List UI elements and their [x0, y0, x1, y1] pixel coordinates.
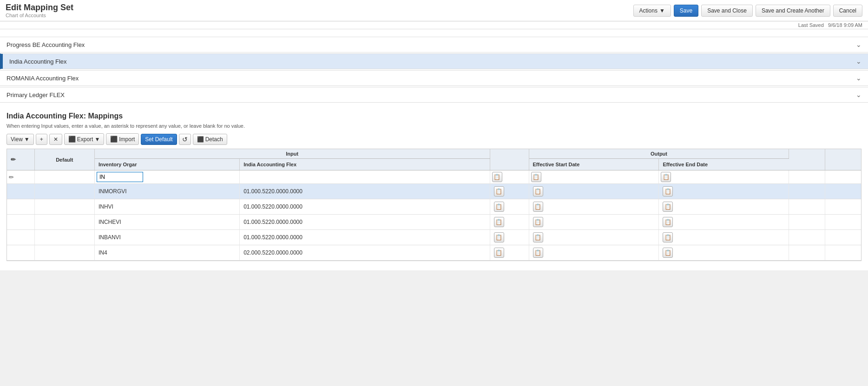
table-row: INBANVI 01.000.5220.0000.0000 📋 📋 📋: [7, 230, 861, 245]
row-left-indicator: [7, 245, 34, 261]
eff-end-picker-icon[interactable]: 📋: [663, 248, 673, 258]
eff-start-picker-icon[interactable]: 📋: [533, 248, 543, 258]
row-extra2: [825, 245, 861, 261]
row-left-indicator: [7, 184, 34, 199]
eff-start-picker-icon[interactable]: 📋: [533, 217, 543, 227]
row-extra2: [825, 199, 861, 215]
accordion-header-romania[interactable]: ROMANIA Accounting Flex ⌄: [0, 71, 868, 85]
breadcrumb: Chart of Accounts: [6, 13, 73, 18]
output-picker-icon[interactable]: 📋: [494, 232, 504, 242]
top-bar: Edit Mapping Set Chart of Accounts Actio…: [0, 0, 868, 21]
col-output-header: India Accounting Flex: [240, 159, 490, 170]
col-default: Default: [34, 149, 94, 170]
accordion-header-progress-be[interactable]: Progress BE Accounting Flex ⌄: [0, 37, 868, 52]
output-picker-icon[interactable]: 📋: [494, 186, 504, 196]
edit-output-cell: [240, 170, 490, 184]
title-area: Edit Mapping Set Chart of Accounts: [6, 3, 73, 18]
row-default: [34, 245, 94, 261]
row-input: INCHEVI: [94, 215, 239, 230]
import-button[interactable]: ⬛ Import: [106, 133, 139, 145]
row-output-icon[interactable]: 📋: [490, 184, 529, 199]
row-input: INMORGVI: [94, 184, 239, 199]
eff-end-picker-icon[interactable]: 📋: [663, 202, 673, 212]
detach-icon: ⬛: [197, 136, 204, 143]
chevron-down-icon: ⌄: [856, 74, 861, 82]
row-extra1: [789, 184, 825, 199]
detach-button[interactable]: ⬛ Detach: [193, 134, 227, 145]
add-row-button[interactable]: +: [36, 134, 47, 145]
output-picker-icon[interactable]: 📋: [494, 217, 504, 227]
set-default-button[interactable]: Set Default: [141, 134, 177, 145]
output-picker-icon[interactable]: 📋: [494, 248, 504, 258]
row-eff-end: 📋: [659, 199, 789, 215]
row-extra1: [789, 230, 825, 245]
delete-row-button[interactable]: ✕: [49, 134, 62, 145]
edit-eff-start-picker-icon[interactable]: 📋: [531, 172, 541, 182]
import-icon: ⬛: [110, 136, 118, 143]
row-left-indicator: [7, 199, 34, 215]
export-chevron-icon: ▼: [94, 136, 100, 143]
row-eff-end: 📋: [659, 184, 789, 199]
accordion-label: Progress BE Accounting Flex: [7, 41, 85, 48]
view-chevron-icon: ▼: [24, 136, 30, 143]
row-input: IN4: [94, 245, 239, 261]
eff-start-picker-icon[interactable]: 📋: [533, 232, 543, 242]
row-output: 01.000.5220.0000.0000: [240, 215, 490, 230]
row-input: INHVI: [94, 199, 239, 215]
cancel-button[interactable]: Cancel: [833, 5, 862, 17]
row-extra1: [789, 199, 825, 215]
row-eff-end: 📋: [659, 245, 789, 261]
edit-row: ✏ 📋 📋 📋: [7, 170, 861, 184]
last-saved-value: 9/6/18 9:09 AM: [828, 22, 862, 28]
save-button[interactable]: Save: [674, 5, 698, 17]
edit-input-field[interactable]: [97, 172, 143, 182]
breadcrumb-chart: Chart of Accounts: [6, 13, 46, 18]
row-output-icon[interactable]: 📋: [490, 245, 529, 261]
col-output-group: Output: [529, 149, 789, 159]
table-header-group-row: ✏ Default Input Output: [7, 149, 861, 159]
edit-eff-end-cell: 📋: [659, 170, 789, 184]
mappings-table-wrapper: ✏ Default Input Output Inventory Orgar I…: [7, 149, 861, 261]
accordion-list: Progress BE Accounting Flex ⌄ India Acco…: [0, 37, 868, 103]
accordion-item: Progress BE Accounting Flex ⌄: [0, 37, 868, 52]
export-button[interactable]: ⬛ Export ▼: [64, 133, 105, 145]
table-header-sub-row: Inventory Orgar India Accounting Flex Ef…: [7, 159, 861, 170]
last-saved-bar: Last Saved 9/6/18 9:09 AM: [0, 21, 868, 29]
edit-input-cell: [94, 170, 239, 184]
row-output: 01.000.5220.0000.0000: [240, 230, 490, 245]
row-output-icon[interactable]: 📋: [490, 199, 529, 215]
refresh-icon-button[interactable]: ↺: [179, 134, 191, 145]
delete-icon: ✕: [53, 136, 58, 143]
edit-output-picker-icon[interactable]: 📋: [492, 172, 502, 182]
accordion-header-india[interactable]: India Accounting Flex ⌄: [1, 54, 868, 69]
row-extra1: [789, 245, 825, 261]
edit-eff-end-picker-icon[interactable]: 📋: [661, 172, 671, 182]
eff-start-picker-icon[interactable]: 📋: [533, 202, 543, 212]
save-create-button[interactable]: Save and Create Another: [756, 5, 830, 17]
section-hint: When entering Input values, enter a valu…: [7, 123, 861, 129]
edit-pencil-cell: ✏: [7, 170, 34, 184]
output-picker-icon[interactable]: 📋: [494, 202, 504, 212]
col-eff-end-header: Effective End Date: [659, 159, 789, 170]
row-output-icon[interactable]: 📋: [490, 230, 529, 245]
row-eff-start: 📋: [529, 199, 659, 215]
row-left-indicator: [7, 215, 34, 230]
eff-end-picker-icon[interactable]: 📋: [663, 232, 673, 242]
content-area: Progress BE Accounting Flex ⌄ India Acco…: [0, 29, 868, 270]
row-extra2: [825, 230, 861, 245]
eff-end-picker-icon[interactable]: 📋: [663, 217, 673, 227]
col-input-group: Input: [94, 149, 490, 159]
mappings-toolbar: View ▼ + ✕ ⬛ Export ▼ ⬛ Import Set Defau…: [7, 133, 861, 145]
row-default: [34, 199, 94, 215]
row-output: 01.000.5220.0000.0000: [240, 184, 490, 199]
row-output-icon[interactable]: 📋: [490, 215, 529, 230]
eff-end-picker-icon[interactable]: 📋: [663, 186, 673, 196]
view-button[interactable]: View ▼: [7, 134, 34, 145]
eff-start-picker-icon[interactable]: 📋: [533, 186, 543, 196]
table-row: INHVI 01.000.5220.0000.0000 📋 📋 📋: [7, 199, 861, 215]
actions-button[interactable]: Actions ▼: [633, 5, 671, 17]
row-extra2: [825, 215, 861, 230]
save-close-button[interactable]: Save and Close: [701, 5, 753, 17]
accordion-label: ROMANIA Accounting Flex: [7, 75, 79, 82]
accordion-header-primary[interactable]: Primary Ledger FLEX ⌄: [0, 87, 868, 102]
